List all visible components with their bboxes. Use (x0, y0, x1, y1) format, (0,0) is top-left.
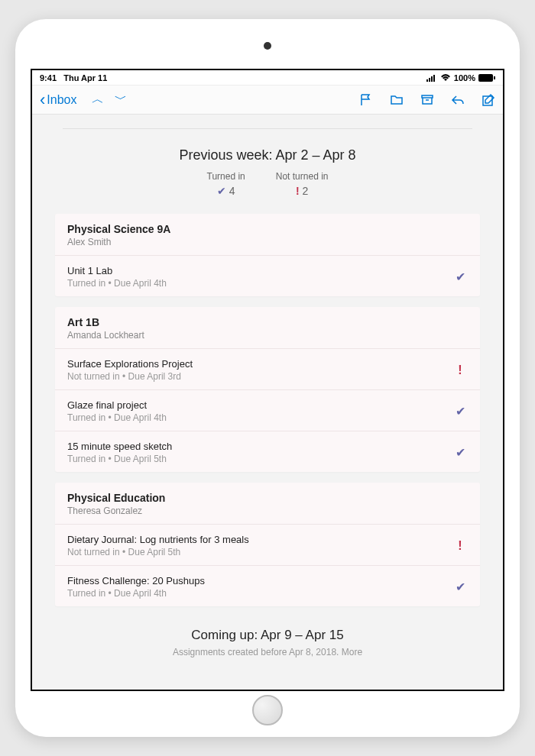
divider (63, 128, 472, 129)
back-label: Inbox (47, 93, 76, 107)
section-header: Physical EducationTheresa Gonzalez (55, 483, 480, 524)
check-icon: ✔ (452, 580, 468, 594)
assignment-row[interactable]: Glaze final projectTurned in • Due April… (55, 389, 480, 431)
battery-icon (478, 74, 495, 82)
svg-rect-1 (429, 78, 430, 82)
assignment-status: Turned in • Due April 4th (67, 412, 452, 423)
status-right: 100% (426, 73, 495, 82)
turned-in-label: Turned in (207, 171, 245, 182)
class-title: Physical Education (67, 492, 468, 504)
email-content: Previous week: Apr 2 – Apr 8 Turned in ✔… (32, 115, 503, 690)
assignment-row[interactable]: Surface Explorations ProjectNot turned i… (55, 348, 480, 389)
assignment-main: Dietary Journal: Log nutrients for 3 mea… (67, 534, 452, 557)
teacher-name: Alex Smith (67, 237, 468, 247)
assignment-status: Not turned in • Due April 3rd (67, 371, 452, 382)
turned-in-count: 4 (229, 185, 235, 197)
section-header: Art 1BAmanda Lockheart (55, 307, 480, 348)
battery-percent: 100% (454, 73, 475, 82)
class-section: Art 1BAmanda LockheartSurface Exploratio… (55, 307, 480, 472)
status-left: 9:41 Thu Apr 11 (40, 73, 107, 82)
alert-icon: ! (452, 539, 468, 553)
assignment-status: Not turned in • Due April 5th (67, 547, 452, 557)
archive-icon[interactable] (420, 93, 434, 107)
assignment-main: Fitness Challenge: 20 PushupsTurned in •… (67, 575, 452, 599)
alert-icon: ! (296, 185, 300, 197)
summary-row: Turned in ✔4 Not turned in !2 (55, 171, 480, 197)
class-section: Physical Science 9AAlex SmithUnit 1 LabT… (55, 214, 480, 296)
assignment-status: Turned in • Due April 5th (67, 454, 452, 464)
device-frame: 9:41 Thu Apr 11 100% ‹ Inbox ︿ ﹀ (15, 19, 520, 737)
check-icon: ✔ (452, 270, 468, 284)
status-day: Thu Apr 11 (63, 73, 107, 82)
class-title: Art 1B (67, 316, 468, 328)
assignment-title: Fitness Challenge: 20 Pushups (67, 575, 452, 586)
back-button[interactable]: ‹ Inbox (40, 90, 76, 110)
teacher-name: Amanda Lockheart (67, 330, 468, 341)
chevron-left-icon: ‹ (40, 90, 45, 110)
assignment-status: Turned in • Due April 4th (67, 588, 452, 599)
svg-rect-0 (426, 79, 428, 82)
turned-in-summary: Turned in ✔4 (207, 171, 245, 197)
status-time: 9:41 (40, 73, 57, 82)
assignment-title: Unit 1 Lab (67, 265, 452, 276)
assignment-row[interactable]: Fitness Challenge: 20 PushupsTurned in •… (55, 565, 480, 606)
status-bar: 9:41 Thu Apr 11 100% (32, 70, 503, 86)
not-turned-summary: Not turned in !2 (276, 171, 329, 197)
week-heading: Previous week: Apr 2 – Apr 8 (55, 147, 480, 163)
nav-bar: ‹ Inbox ︿ ﹀ (32, 86, 503, 115)
svg-rect-4 (478, 74, 493, 82)
check-icon: ✔ (452, 445, 468, 460)
sections-container: Physical Science 9AAlex SmithUnit 1 LabT… (55, 214, 480, 606)
cellular-icon (426, 74, 437, 82)
assignment-title: 15 minute speed sketch (67, 441, 452, 452)
check-icon: ✔ (217, 185, 226, 197)
assignment-main: 15 minute speed sketchTurned in • Due Ap… (67, 441, 452, 464)
camera (264, 42, 271, 50)
assignment-main: Surface Explorations ProjectNot turned i… (67, 358, 452, 382)
not-turned-label: Not turned in (276, 171, 329, 182)
svg-rect-6 (422, 95, 433, 98)
coming-title: Coming up: Apr 9 – Apr 15 (55, 628, 480, 643)
svg-rect-2 (431, 76, 433, 82)
check-icon: ✔ (452, 404, 468, 418)
section-header: Physical Science 9AAlex Smith (55, 214, 480, 255)
reply-icon[interactable] (451, 93, 465, 107)
class-title: Physical Science 9A (67, 223, 468, 235)
assignment-title: Surface Explorations Project (67, 358, 452, 370)
next-message-button[interactable]: ﹀ (115, 92, 127, 108)
wifi-icon (440, 74, 451, 82)
coming-sub: Assignments created before Apr 8, 2018. … (55, 646, 480, 659)
assignment-main: Glaze final projectTurned in • Due April… (67, 399, 452, 423)
svg-rect-3 (433, 75, 435, 82)
svg-rect-5 (494, 76, 495, 79)
screen: 9:41 Thu Apr 11 100% ‹ Inbox ︿ ﹀ (31, 69, 504, 691)
not-turned-count: 2 (303, 185, 309, 197)
assignment-row[interactable]: Unit 1 LabTurned in • Due April 4th✔ (55, 255, 480, 296)
assignment-title: Dietary Journal: Log nutrients for 3 mea… (67, 534, 452, 545)
assignment-status: Turned in • Due April 4th (67, 278, 452, 289)
assignment-main: Unit 1 LabTurned in • Due April 4th (67, 265, 452, 289)
prev-message-button[interactable]: ︿ (92, 92, 104, 108)
compose-icon[interactable] (481, 93, 495, 107)
class-section: Physical EducationTheresa GonzalezDietar… (55, 483, 480, 606)
coming-up: Coming up: Apr 9 – Apr 15 Assignments cr… (55, 628, 480, 659)
alert-icon: ! (452, 363, 468, 377)
assignment-row[interactable]: 15 minute speed sketchTurned in • Due Ap… (55, 431, 480, 472)
teacher-name: Theresa Gonzalez (67, 506, 468, 516)
flag-icon[interactable] (359, 93, 373, 107)
folder-icon[interactable] (390, 93, 404, 107)
home-button[interactable] (252, 695, 283, 725)
assignment-title: Glaze final project (67, 399, 452, 411)
assignment-row[interactable]: Dietary Journal: Log nutrients for 3 mea… (55, 524, 480, 565)
